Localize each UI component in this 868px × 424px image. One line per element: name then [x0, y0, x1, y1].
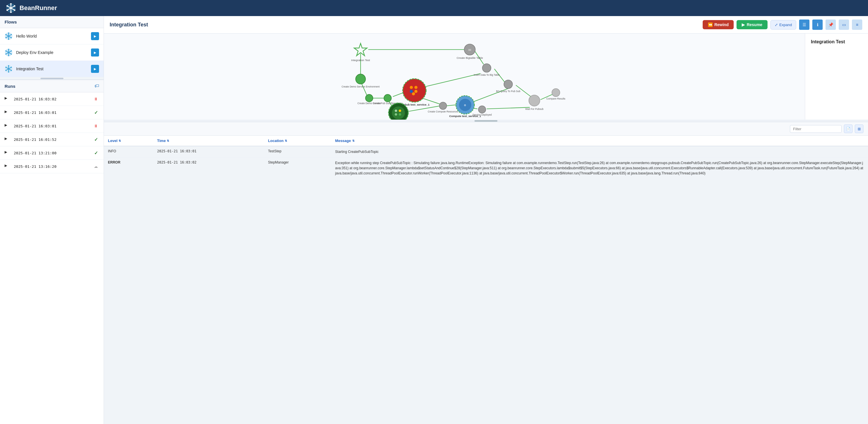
- expand-button[interactable]: ⤢ Expand: [770, 20, 796, 30]
- sidebar-scrollbar-area: [0, 77, 104, 79]
- time-sort-icon: ⇅: [167, 139, 169, 142]
- svg-point-80: [399, 109, 401, 112]
- run-item[interactable]: ▶ 2025-01-21 16:01:52 ✓: [0, 133, 104, 146]
- info-panel-title: Integration Test: [811, 39, 862, 44]
- log-row[interactable]: INFO 2025-01-21 16:03:01 TestStep Starti…: [104, 146, 868, 158]
- flow-play-button[interactable]: ▶: [91, 65, 99, 73]
- runs-section-header: Runs 🏷: [0, 80, 104, 92]
- svg-point-74: [414, 90, 417, 93]
- logs-table-wrap[interactable]: Level ⇅ Time ⇅: [104, 136, 868, 424]
- flows-section-header: Flows: [0, 16, 104, 28]
- svg-point-7: [14, 5, 15, 7]
- flow-play-button[interactable]: ▶: [91, 48, 99, 57]
- resume-button[interactable]: ▶ Resume: [737, 20, 767, 29]
- run-play-icon: ▶: [5, 96, 10, 102]
- flow-snowflake-icon: [5, 32, 12, 40]
- svg-point-14: [8, 32, 9, 34]
- runs-label: Runs: [5, 84, 16, 89]
- run-play-icon: ▶: [5, 123, 10, 129]
- rewind-label: Rewind: [714, 22, 729, 27]
- run-item[interactable]: ▶ 2025-01-21 13:16:20 ☁: [0, 160, 104, 173]
- runs-list: ▶ 2025-01-21 16:03:02 ⏸ ▶ 2025-01-21 16:…: [0, 92, 104, 424]
- log-grid-icon-button[interactable]: ⊞: [855, 125, 863, 133]
- log-level: INFO: [104, 146, 153, 158]
- flow-snowflake-icon: [5, 65, 12, 73]
- run-play-icon: ▶: [5, 164, 10, 169]
- menu-button[interactable]: ≡: [852, 20, 862, 30]
- svg-text:BQ Query To Pub Sub: BQ Query To Pub Sub: [496, 90, 520, 93]
- logs-table-header: Level ⇅ Time ⇅: [104, 136, 868, 146]
- svg-point-63: [355, 74, 365, 84]
- run-status-cloud: ☁: [93, 164, 99, 169]
- expand-label: Expand: [779, 23, 792, 27]
- svg-point-15: [8, 39, 9, 40]
- svg-point-5: [10, 11, 11, 13]
- flow-item-hello-world[interactable]: Hello World ▶: [0, 28, 104, 44]
- col-level[interactable]: Level ⇅: [104, 136, 153, 146]
- layout-button[interactable]: ▭: [839, 20, 849, 30]
- log-time: 2025-01-21 16:03:02: [153, 158, 264, 179]
- svg-point-39: [11, 70, 12, 71]
- flow-snowflake-icon: [5, 48, 12, 57]
- run-item[interactable]: ▶ 2025-01-21 16:03:01 ⏸: [0, 119, 104, 133]
- svg-text:Insert Data To Big Table: Insert Data To Big Table: [474, 73, 500, 76]
- filter-input[interactable]: [790, 125, 842, 133]
- app-logo: [6, 3, 16, 13]
- log-location: TestStep: [264, 146, 331, 158]
- layout-icon: ▭: [842, 22, 846, 27]
- svg-point-9: [14, 9, 15, 11]
- pin-button[interactable]: 📌: [826, 20, 836, 30]
- svg-point-70: [407, 83, 422, 98]
- svg-text:Wait For Pubsub: Wait For Pubsub: [525, 107, 544, 110]
- run-item[interactable]: ▶ 2025-01-21 16:03:01 ✓: [0, 106, 104, 119]
- svg-point-75: [412, 92, 415, 96]
- svg-point-100: [529, 95, 540, 106]
- svg-point-18: [5, 37, 7, 38]
- log-level: ERROR: [104, 158, 153, 179]
- run-item[interactable]: ▶ 2025-01-21 13:21:00 ✓: [0, 146, 104, 160]
- flow-play-button[interactable]: ▶: [91, 32, 99, 40]
- logs-toolbar: 📄 ⊞: [104, 122, 868, 136]
- svg-point-8: [6, 9, 8, 11]
- svg-point-27: [11, 51, 12, 52]
- svg-point-98: [478, 106, 486, 113]
- svg-point-71: [410, 86, 413, 89]
- runs-tag-icon[interactable]: 🏷: [94, 84, 99, 89]
- svg-point-82: [399, 113, 401, 116]
- pin-icon: 📌: [828, 22, 833, 27]
- flow-canvas[interactable]: Integration Test 00 Create Bigtable Tabl…: [104, 34, 805, 120]
- run-status-pause: ⏸: [93, 97, 99, 101]
- svg-point-84: [483, 64, 491, 72]
- run-status-check: ✓: [93, 110, 99, 115]
- svg-point-19: [11, 37, 12, 38]
- flow-list: Hello World ▶ Deploy Env Example ▶: [0, 28, 104, 77]
- svg-point-67: [384, 94, 392, 102]
- canvas-area: Integration Test 00 Create Bigtable Tabl…: [104, 34, 868, 120]
- col-time[interactable]: Time ⇅: [153, 136, 264, 146]
- col-location[interactable]: Location ⇅: [264, 136, 331, 146]
- flow-item-deploy-env[interactable]: Deploy Env Example ▶: [0, 44, 104, 61]
- flow-item-integration-test[interactable]: Integration Test ▶: [0, 61, 104, 77]
- run-timestamp: 2025-01-21 16:01:52: [14, 137, 93, 142]
- right-info-panel: Integration Test: [805, 34, 868, 120]
- svg-point-24: [8, 49, 9, 50]
- log-row[interactable]: ERROR 2025-01-21 16:03:02 StepManager Ex…: [104, 158, 868, 179]
- logs-table-body: INFO 2025-01-21 16:03:01 TestStep Starti…: [104, 146, 868, 179]
- run-play-icon: ▶: [5, 150, 10, 156]
- rewind-button[interactable]: ⏪ Rewind: [703, 20, 734, 29]
- expand-icon: ⤢: [775, 23, 778, 27]
- sidebar-scrollbar[interactable]: [40, 78, 63, 79]
- info-button[interactable]: ℹ: [812, 20, 823, 30]
- canvas-scrollbar-thumb[interactable]: [474, 120, 497, 122]
- run-timestamp: 2025-01-21 16:03:01: [14, 124, 93, 128]
- table-view-button[interactable]: ☰: [799, 20, 809, 30]
- hamburger-icon: ≡: [856, 22, 858, 27]
- flow-item-name: Hello World: [16, 34, 91, 38]
- resume-icon: ▶: [742, 22, 745, 27]
- col-message[interactable]: Message ⇅: [331, 136, 868, 146]
- log-file-icon-button[interactable]: 📄: [844, 125, 852, 133]
- svg-point-79: [395, 109, 397, 112]
- log-location: StepManager: [264, 158, 331, 179]
- svg-text:00: 00: [468, 48, 471, 51]
- run-item[interactable]: ▶ 2025-01-21 16:03:02 ⏸: [0, 92, 104, 106]
